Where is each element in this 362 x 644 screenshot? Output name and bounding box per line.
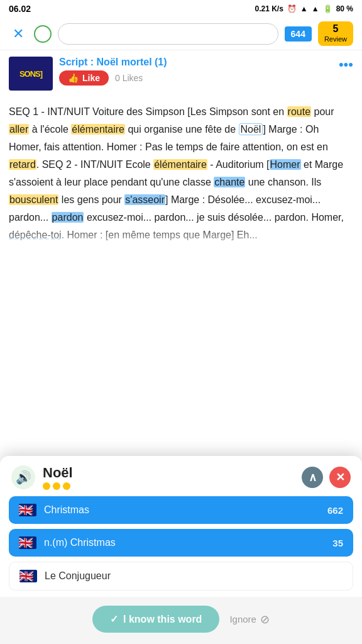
like-button[interactable]: 👍 Like bbox=[59, 70, 109, 86]
definition-row-1[interactable]: 🇬🇧 Christmas 662 bbox=[9, 496, 353, 524]
search-input[interactable] bbox=[58, 23, 278, 45]
word-count-badge: 644 bbox=[285, 26, 312, 42]
ignore-button[interactable]: Ignore ⊘ bbox=[229, 613, 270, 626]
status-time: 06.02 bbox=[9, 4, 31, 14]
highlight-elementaire1: élémentaire bbox=[71, 124, 125, 135]
checkmark-icon: ✓ bbox=[110, 613, 118, 625]
definition-row-2[interactable]: 🇬🇧 n.(m) Christmas 35 bbox=[9, 529, 353, 557]
status-icons: 0.21 K/s ⏰ ▲ ▲ 🔋 80 % bbox=[255, 4, 353, 13]
dot-3 bbox=[63, 482, 70, 490]
word-popup: 🔊 Noël ∧ ✕ 🇬🇧 Christmas 6 bbox=[0, 456, 362, 644]
highlight-noel: Noël bbox=[239, 123, 263, 135]
flag-uk-3: 🇬🇧 bbox=[19, 570, 37, 582]
speaker-icon: 🔊 bbox=[16, 470, 31, 485]
thumb-text: SONS] bbox=[19, 69, 42, 79]
highlight-depeche: dépêche-toi bbox=[9, 230, 62, 240]
flag-uk-2: 🇬🇧 bbox=[19, 536, 36, 549]
article-text: SEQ 1 - INT/NUIT Voiture des Simpson [Le… bbox=[0, 97, 362, 250]
highlight-bousculent: bousculent bbox=[9, 194, 58, 205]
definition-row-3[interactable]: 🇬🇧 Le Conjugueur bbox=[9, 562, 353, 591]
know-word-button[interactable]: ✓ I know this word bbox=[92, 606, 219, 633]
close-button[interactable]: ✕ bbox=[9, 25, 28, 43]
status-bar: 06.02 0.21 K/s ⏰ ▲ ▲ 🔋 80 % bbox=[0, 0, 362, 18]
definition-text-2: n.(m) Christmas bbox=[44, 537, 116, 548]
highlight-elementaire2: élémentaire bbox=[153, 159, 207, 170]
circle-icon bbox=[34, 25, 52, 43]
highlight-aller: aller bbox=[9, 124, 29, 135]
popup-difficulty-dots bbox=[43, 482, 73, 490]
card-thumbnail: SONS] bbox=[9, 57, 53, 91]
ignore-icon: ⊘ bbox=[260, 613, 270, 626]
nav-bar: ✕ 644 5 Review bbox=[0, 18, 362, 50]
review-badge[interactable]: 5 Review bbox=[318, 21, 353, 46]
scroll-up-button[interactable]: ∧ bbox=[302, 467, 323, 488]
popup-word-text: Noël bbox=[43, 465, 73, 481]
dot-1 bbox=[43, 482, 50, 490]
like-count: 0 Likes bbox=[115, 73, 143, 83]
chevron-up-icon: ∧ bbox=[309, 470, 317, 484]
signal-icon: ▲ bbox=[312, 4, 319, 13]
highlight-chante: chante bbox=[214, 177, 245, 187]
battery-icon: 🔋 bbox=[323, 4, 332, 13]
review-label: Review bbox=[324, 35, 347, 43]
popup-word-area: 🔊 Noël bbox=[11, 465, 73, 490]
flag-uk-1: 🇬🇧 bbox=[19, 504, 36, 516]
speed-indicator: 0.21 K/s bbox=[255, 4, 283, 13]
review-count: 5 bbox=[324, 24, 347, 34]
wifi-icon: ▲ bbox=[300, 4, 308, 13]
like-label: Like bbox=[82, 73, 100, 83]
content-card: SONS] Script : Noël mortel (1) 👍 Like 0 … bbox=[9, 57, 353, 91]
highlight-homer1: Homer bbox=[270, 159, 301, 170]
popup-header: 🔊 Noël ∧ ✕ bbox=[0, 456, 362, 494]
like-icon: 👍 bbox=[68, 73, 79, 83]
highlight-pardon: pardon bbox=[52, 212, 84, 223]
popup-word-block: Noël bbox=[43, 465, 73, 490]
highlight-sasseoir: s'asseoir bbox=[124, 194, 165, 205]
highlight-route: route bbox=[287, 106, 311, 117]
dot-2 bbox=[53, 482, 60, 490]
definition-text-1: Christmas bbox=[44, 504, 89, 516]
bottom-action-bar: ✓ I know this word Ignore ⊘ bbox=[0, 597, 362, 644]
definition-list: 🇬🇧 Christmas 662 🇬🇧 n.(m) Christmas 35 🇬… bbox=[0, 494, 362, 597]
popup-controls: ∧ ✕ bbox=[302, 467, 351, 488]
ignore-label: Ignore bbox=[229, 614, 256, 625]
definition-count-2: 35 bbox=[332, 538, 343, 548]
card-title: Script : Noël mortel (1) bbox=[59, 57, 332, 68]
like-row: 👍 Like 0 Likes bbox=[59, 70, 332, 86]
know-word-label: I know this word bbox=[123, 614, 202, 625]
close-icon: ✕ bbox=[336, 470, 345, 484]
highlight-retard: retard bbox=[9, 159, 36, 170]
alarm-icon: ⏰ bbox=[287, 4, 297, 13]
definition-count-1: 662 bbox=[327, 505, 343, 516]
popup-close-button[interactable]: ✕ bbox=[329, 467, 351, 488]
article-seq1: SEQ 1 - INT/NUIT Voiture des Simpson [Le… bbox=[9, 106, 287, 117]
speaker-button[interactable]: 🔊 bbox=[11, 465, 35, 489]
card-info: Script : Noël mortel (1) 👍 Like 0 Likes bbox=[59, 57, 332, 86]
definition-text-3: Le Conjugueur bbox=[45, 570, 111, 582]
more-options-button[interactable]: ••• bbox=[339, 57, 353, 73]
battery-level: 80 % bbox=[336, 4, 353, 13]
